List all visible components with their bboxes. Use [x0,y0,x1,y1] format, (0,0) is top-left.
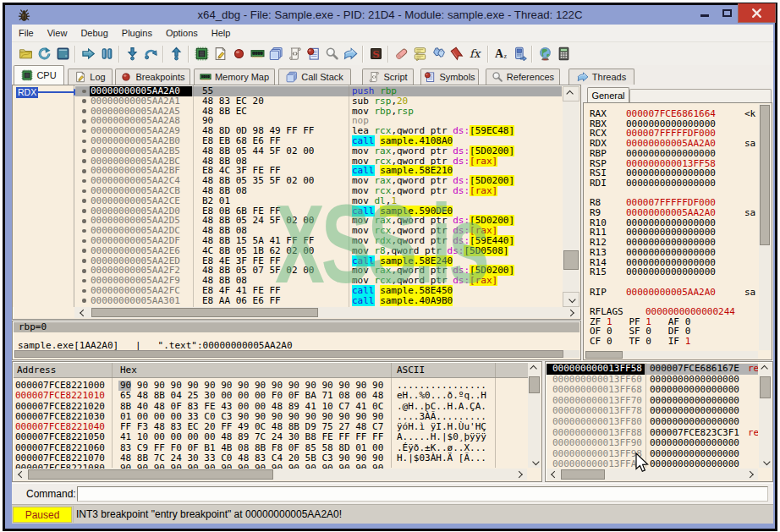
disasm-row[interactable]: 00000000005AA2A148 83 EC 20sub rsp,20 [75,96,562,107]
dump-vertical-scrollbar[interactable] [528,363,541,468]
tab-general[interactable]: General [587,87,629,103]
toolbar-button-execute-till-return[interactable] [167,44,185,64]
menu-debug[interactable]: Debug [74,25,114,41]
dump-header-ascii[interactable]: ASCII [397,363,425,378]
menu-view[interactable]: View [41,25,74,41]
stack-row[interactable]: 000000000013FF800000000000000000 [547,417,758,428]
toolbar-button-help-on-website[interactable] [536,44,554,64]
scrollbar-thumb[interactable] [529,376,540,393]
stack-pane[interactable]: 000000000013FF58000007FCE686167Ere000000… [545,361,773,482]
tab-memory-map[interactable]: Memory Map [194,69,275,85]
toolbar-button-memory-map[interactable] [248,44,266,64]
breakpoint-dot[interactable] [82,219,86,223]
breakpoint-dot[interactable] [82,199,86,203]
breakpoint-dot[interactable] [82,140,86,144]
maximize-button[interactable] [716,3,738,22]
menu-plugins[interactable]: Plugins [115,25,159,41]
toolbar-button-references[interactable] [322,44,341,64]
dump-header-hex[interactable]: Hex [120,363,137,378]
disasm-row[interactable]: 00000000005AA2DF48 8B 15 5A 41 FF FFmov … [75,236,562,246]
breakpoint-dot[interactable] [82,189,86,194]
title-bar[interactable]: x64_dbg - File: Sample.exe - PID: 21D4 -… [5,5,775,25]
disasm-row[interactable]: 00000000005AA2FCE8 4F 41 FE FFcall sampl… [75,286,562,296]
scroll-down-button[interactable] [528,456,541,468]
command-input[interactable] [77,486,768,502]
tab-call-stack[interactable]: Call Stack [278,69,351,85]
scrollbar-thumb[interactable] [760,105,770,245]
breakpoint-dot[interactable] [82,289,86,293]
menu-options[interactable]: Options [159,25,205,41]
tab-script[interactable]: Script [362,69,414,85]
scroll-right-button[interactable] [514,469,527,480]
toolbar-button-calculator[interactable] [554,44,573,64]
dump-row[interactable]: 000007FCE822101065 48 8B 04 25 30 00 00 … [14,391,523,401]
breakpoint-dot[interactable] [82,229,86,233]
scrollbar-thumb[interactable] [14,350,563,358]
scroll-up-button[interactable] [528,363,541,375]
disasm-row[interactable]: 00000000005AA2CB48 8B 08mov rcx,qword pt… [75,186,562,196]
disassembly-pane[interactable]: RDX 00000000005AA2A055push rbp0000000000… [12,85,581,320]
registers-horizontal-scrollbar[interactable] [585,351,758,359]
breakpoint-dot[interactable] [82,90,86,94]
scrollbar-thumb[interactable] [760,376,771,398]
disasm-row[interactable]: 00000000005AA2B548 8B 05 44 5F 02 00mov … [75,146,562,156]
scroll-down-button[interactable] [563,292,580,307]
disasm-vertical-scrollbar[interactable] [563,86,580,307]
stack-row[interactable]: 000000000013FF680000000000000000 [547,385,758,396]
scrollbar-thumb[interactable] [28,469,273,480]
breakpoint-dot[interactable] [82,149,86,153]
breakpoint-dot[interactable] [82,179,86,184]
menu-file[interactable]: File [12,25,41,41]
dump-header-address[interactable]: Address [17,363,56,378]
dump-pane[interactable]: AddressHexASCII 000007FCE822100090 90 90… [12,361,542,482]
breakpoint-dot[interactable] [82,239,86,244]
minimize-button[interactable] [694,3,716,22]
dump-row[interactable]: 000007FCE822105041 10 00 00 00 00 48 89 … [14,432,523,442]
disasm-horizontal-scrollbar[interactable] [74,307,580,318]
breakpoint-dot[interactable] [82,269,86,273]
breakpoint-dot[interactable] [82,99,86,103]
disasm-row[interactable]: 00000000005AA2E64C 8B 05 1B 62 02 00mov … [75,246,562,256]
scroll-down-button[interactable] [759,456,772,468]
toolbar-button-step-into[interactable] [123,44,141,64]
register-row-r15[interactable]: R150000000000000000 [590,267,716,277]
breakpoint-dot[interactable] [82,169,86,173]
breakpoint-dot[interactable] [82,109,86,113]
scroll-right-button[interactable] [564,307,580,318]
toolbar-button-cpu[interactable] [192,44,211,64]
scroll-left-button[interactable] [14,469,27,480]
breakpoint-dot[interactable] [82,159,86,163]
breakpoint-dot[interactable] [82,209,86,213]
stack-vertical-scrollbar[interactable] [759,363,772,468]
disasm-row[interactable]: 00000000005AA2CEB2 01mov dl,1 [75,196,562,206]
scroll-up-button[interactable] [759,363,772,375]
breakpoint-dot[interactable] [82,299,86,303]
breakpoint-dot[interactable] [82,259,86,263]
tab-log[interactable]: Log [68,69,113,85]
toolbar-button-step-over[interactable] [141,44,160,64]
breakpoint-dot[interactable] [82,249,86,253]
toolbar-button-source[interactable] [366,44,385,64]
toolbar-button-log[interactable] [211,44,229,64]
stack-row[interactable]: 000000000013FF58000007FCE686167Ere [547,364,758,375]
scrollbar-thumb[interactable] [91,308,318,317]
scroll-left-button[interactable] [74,307,90,318]
tab-threads[interactable]: Threads [569,69,634,85]
breakpoint-dot[interactable] [82,119,86,123]
toolbar-button-pause[interactable] [97,44,116,64]
toolbar-button-threads[interactable] [341,44,360,64]
toolbar-button-ascii-table[interactable] [492,44,510,64]
toolbar-button-call-stack[interactable] [266,44,285,64]
toolbar-button-close[interactable] [53,44,72,64]
dump-horizontal-scrollbar[interactable] [14,469,527,480]
scroll-right-button[interactable] [744,469,758,480]
toolbar-button-run[interactable] [79,44,97,64]
stack-row[interactable]: 000000000013FF900000000000000000 [547,438,758,449]
tab-cpu[interactable]: CPU [14,65,64,85]
scrollbar-thumb[interactable] [561,469,605,480]
register-row-rip[interactable]: RIP00000000005AA2A0sa [590,288,716,298]
tab-breakpoints[interactable]: Breakpoints [115,69,190,85]
info-scrollbar[interactable] [14,350,580,358]
toolbar-button-labels[interactable] [429,44,448,64]
toolbar-button-restart[interactable] [35,44,53,64]
